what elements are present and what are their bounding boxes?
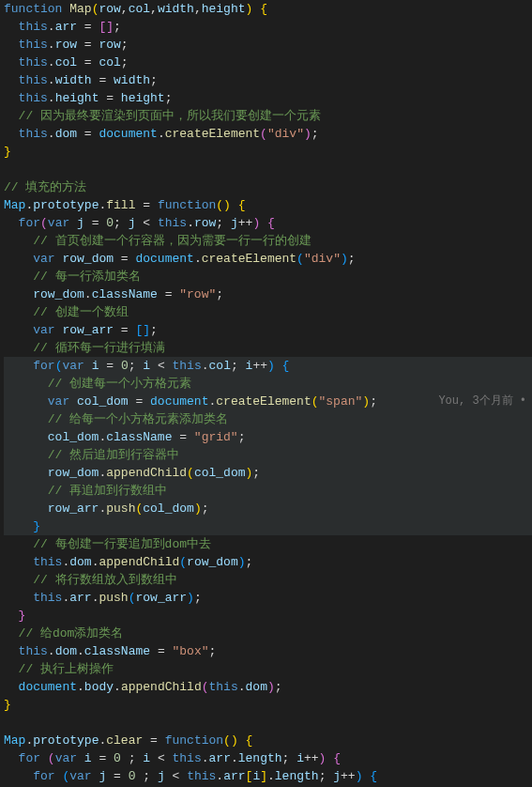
line-content: // 执行上树操作 — [4, 662, 114, 676]
line-content: row_arr.push(col_dom); — [4, 502, 209, 516]
line-content — [4, 716, 11, 730]
code-line[interactable]: for(var j = 0; j < this.row; j++) { — [4, 214, 532, 232]
line-content: for(var j = 0; j < this.row; j++) { — [4, 216, 275, 230]
code-line[interactable]: } — [4, 607, 532, 625]
line-content: // 将行数组放入到数组中 — [4, 573, 177, 587]
line-content: this.row = row; — [4, 38, 129, 52]
line-content: document.body.appendChild(this.dom); — [4, 680, 282, 694]
code-line[interactable]: col_dom.className = "grid"; — [4, 428, 532, 446]
line-content: Map.prototype.fill = function() { — [4, 198, 246, 212]
code-line[interactable]: Map.prototype.clear = function() { — [4, 732, 532, 749]
code-line[interactable]: // 每创建一行要追加到dom中去 — [4, 535, 532, 553]
code-line[interactable]: for (var j = 0 ; j < this.arr[i].length;… — [4, 767, 532, 785]
line-content: var col_dom = document.createElement("sp… — [4, 394, 377, 409]
code-line[interactable]: var col_dom = document.createElement("sp… — [4, 393, 532, 410]
line-content: // 首页创建一个行容器，因为需要一行一行的创建 — [4, 234, 312, 248]
code-line[interactable]: this.dom.className = "box"; — [4, 642, 532, 660]
blame-annotation: You, 3个月前 • — [438, 393, 526, 410]
code-line[interactable]: // 循环每一行进行填满 — [4, 339, 532, 357]
line-content: this.height = height; — [4, 91, 172, 105]
code-line[interactable]: // 填充的方法 — [4, 178, 532, 196]
line-content: // 然后追加到行容器中 — [4, 448, 179, 462]
line-content: // 填充的方法 — [4, 180, 86, 194]
line-content: } — [4, 519, 40, 533]
line-content: this.dom.appendChild(row_dom); — [4, 555, 252, 569]
line-content: function Map(row,col,width,height) { — [4, 2, 267, 16]
code-line[interactable]: for(var i = 0; i < this.col; i++) { — [4, 357, 532, 375]
code-line[interactable]: var row_arr = []; — [4, 321, 532, 339]
line-content: this.dom = document.createElement("div")… — [4, 127, 319, 141]
code-editor[interactable]: function Map(row,col,width,height) { thi… — [0, 0, 532, 785]
line-content: // 创建每一个小方格元素 — [4, 377, 191, 391]
line-content: // 再追加到行数组中 — [4, 484, 167, 498]
code-line[interactable]: for (var i = 0 ; i < this.arr.length; i+… — [4, 749, 532, 767]
code-line[interactable]: // 给每一个小方格元素添加类名 — [4, 410, 532, 428]
line-content: // 因为最终要渲染到页面中，所以我们要创建一个元素 — [4, 109, 321, 123]
line-content: } — [4, 698, 11, 712]
line-content: } — [4, 145, 11, 159]
code-line[interactable]: this.width = width; — [4, 71, 532, 89]
line-content — [4, 162, 11, 177]
code-line[interactable]: // 每一行添加类名 — [4, 268, 532, 285]
code-line[interactable]: } — [4, 517, 532, 535]
code-line[interactable]: // 给dom添加类名 — [4, 625, 532, 642]
code-line[interactable]: row_dom.className = "row"; — [4, 285, 532, 303]
line-content: // 每创建一行要追加到dom中去 — [4, 537, 211, 551]
code-line[interactable]: this.dom.appendChild(row_dom); — [4, 553, 532, 571]
code-line[interactable]: var row_dom = document.createElement("di… — [4, 250, 532, 268]
line-content: this.col = col; — [4, 55, 129, 69]
code-line[interactable]: // 创建一个数组 — [4, 303, 532, 321]
code-line[interactable]: function Map(row,col,width,height) { — [4, 0, 532, 18]
code-line[interactable]: this.arr = []; — [4, 18, 532, 36]
line-content: // 给dom添加类名 — [4, 626, 123, 640]
line-content: col_dom.className = "grid"; — [4, 430, 245, 444]
line-content: for (var j = 0 ; j < this.arr[i].length;… — [4, 769, 377, 783]
code-line[interactable]: // 首页创建一个行容器，因为需要一行一行的创建 — [4, 232, 532, 250]
line-content: this.width = width; — [4, 73, 158, 87]
line-content: for(var i = 0; i < this.col; i++) { — [4, 359, 289, 373]
code-line[interactable]: row_arr.push(col_dom); — [4, 500, 532, 517]
code-line[interactable]: // 将行数组放入到数组中 — [4, 571, 532, 589]
code-line[interactable] — [4, 714, 532, 732]
line-content: var row_arr = []; — [4, 323, 158, 337]
code-line[interactable]: this.arr.push(row_arr); — [4, 589, 532, 607]
code-line[interactable]: // 执行上树操作 — [4, 660, 532, 678]
code-line[interactable]: // 再追加到行数组中 — [4, 482, 532, 500]
code-line[interactable]: // 然后追加到行容器中 — [4, 446, 532, 464]
code-line[interactable]: this.height = height; — [4, 89, 532, 107]
line-content: // 给每一个小方格元素添加类名 — [4, 412, 228, 426]
line-content: row_dom.appendChild(col_dom); — [4, 466, 260, 480]
code-line[interactable]: // 创建每一个小方格元素 — [4, 375, 532, 393]
code-line[interactable]: // 因为最终要渲染到页面中，所以我们要创建一个元素 — [4, 107, 532, 125]
line-content: // 每一行添加类名 — [4, 270, 141, 284]
code-line[interactable]: this.row = row; — [4, 36, 532, 54]
line-content: // 创建一个数组 — [4, 305, 129, 319]
code-line[interactable] — [4, 161, 532, 178]
line-content: this.arr = []; — [4, 20, 121, 34]
code-line[interactable]: this.dom = document.createElement("div")… — [4, 125, 532, 143]
line-content: for (var i = 0 ; i < this.arr.length; i+… — [4, 751, 341, 765]
line-content: this.dom.className = "box"; — [4, 644, 216, 658]
line-content: row_dom.className = "row"; — [4, 287, 223, 301]
code-line[interactable]: document.body.appendChild(this.dom); — [4, 678, 532, 696]
line-content: var row_dom = document.createElement("di… — [4, 252, 356, 266]
code-line[interactable]: this.col = col; — [4, 54, 532, 71]
line-content: } — [4, 609, 25, 623]
code-line[interactable]: Map.prototype.fill = function() { — [4, 196, 532, 214]
line-content: Map.prototype.clear = function() { — [4, 733, 252, 748]
line-content: this.arr.push(row_arr); — [4, 591, 202, 605]
code-line[interactable]: row_dom.appendChild(col_dom); — [4, 464, 532, 482]
line-content: // 循环每一行进行填满 — [4, 341, 165, 355]
code-line[interactable]: } — [4, 143, 532, 161]
code-line[interactable]: } — [4, 696, 532, 714]
